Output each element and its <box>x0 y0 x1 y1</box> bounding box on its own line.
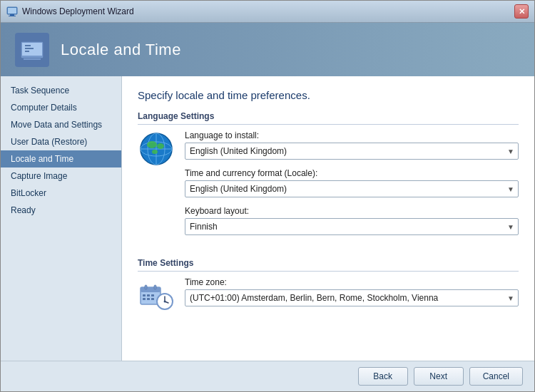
title-bar-left: Windows Deployment Wizard <box>6 6 134 17</box>
locale-label: Time and currency format (Locale): <box>185 168 519 178</box>
locale-dropdown-wrapper: English (United Kingdom) English (United… <box>185 180 519 197</box>
sidebar: Task Sequence Computer Details Move Data… <box>1 76 122 361</box>
sidebar-item-computer-details[interactable]: Computer Details <box>1 99 121 116</box>
title-bar: Windows Deployment Wizard ✕ <box>1 1 534 23</box>
app-icon <box>6 6 18 17</box>
svg-rect-20 <box>143 294 146 296</box>
time-settings-section: Time Settings <box>138 258 519 315</box>
timezone-select[interactable]: (UTC+01:00) Amsterdam, Berlin, Bern, Rom… <box>185 289 519 306</box>
language-label: Language to install: <box>185 130 519 140</box>
svg-rect-9 <box>24 58 41 60</box>
clock-calendar-icon <box>138 277 175 314</box>
sidebar-item-ready[interactable]: Ready <box>1 202 121 219</box>
locale-select[interactable]: English (United Kingdom) English (United… <box>185 180 519 197</box>
timezone-dropdown-wrapper: (UTC+01:00) Amsterdam, Berlin, Bern, Rom… <box>185 289 519 306</box>
time-fields-group: Time zone: (UTC+01:00) Amsterdam, Berlin… <box>185 277 519 315</box>
keyboard-dropdown-wrapper: Finnish English (United Kingdom) English… <box>185 218 519 235</box>
svg-rect-19 <box>141 287 160 292</box>
svg-rect-24 <box>147 298 150 300</box>
svg-point-17 <box>152 150 158 154</box>
language-dropdown-wrapper: English (United Kingdom) English (United… <box>185 143 519 160</box>
svg-rect-21 <box>147 294 150 296</box>
svg-rect-25 <box>151 298 154 300</box>
sidebar-item-move-data[interactable]: Move Data and Settings <box>1 116 121 133</box>
language-field-row: Language to install: English (United Kin… <box>138 130 519 244</box>
header-title: Locale and Time <box>61 41 181 59</box>
time-settings-row: Time zone: (UTC+01:00) Amsterdam, Berlin… <box>138 277 519 315</box>
svg-rect-1 <box>10 14 14 16</box>
sidebar-item-user-data[interactable]: User Data (Restore) <box>1 133 121 150</box>
keyboard-select[interactable]: Finnish English (United Kingdom) English… <box>185 218 519 235</box>
language-section-header: Language Settings <box>138 111 519 125</box>
sidebar-item-task-sequence[interactable]: Task Sequence <box>1 82 121 99</box>
cancel-button[interactable]: Cancel <box>469 367 523 386</box>
main-window: Windows Deployment Wizard ✕ Locale and T… <box>0 0 535 392</box>
keyboard-label: Keyboard layout: <box>185 206 519 216</box>
language-settings-section: Language Settings <box>138 111 519 244</box>
sidebar-item-bitlocker[interactable]: BitLocker <box>1 185 121 202</box>
sidebar-item-locale-time[interactable]: Locale and Time <box>1 150 121 167</box>
header-panel: Locale and Time <box>1 23 534 76</box>
globe-icon <box>138 130 175 167</box>
timezone-label: Time zone: <box>185 277 519 287</box>
window-title: Windows Deployment Wizard <box>22 6 134 16</box>
content-area: Specify locale and time preferences. Lan… <box>122 76 534 361</box>
page-title: Specify locale and time preferences. <box>138 89 519 101</box>
wizard-icon <box>18 36 46 64</box>
back-button[interactable]: Back <box>358 367 408 386</box>
svg-rect-22 <box>151 294 154 296</box>
sidebar-item-capture-image[interactable]: Capture Image <box>1 167 121 185</box>
next-button[interactable]: Next <box>414 367 464 386</box>
time-section-header: Time Settings <box>138 258 519 272</box>
svg-rect-6 <box>25 45 31 46</box>
svg-rect-2 <box>9 16 16 16</box>
svg-rect-23 <box>143 298 146 300</box>
timezone-field-block: Time zone: (UTC+01:00) Amsterdam, Berlin… <box>185 277 519 306</box>
main-content: Task Sequence Computer Details Move Data… <box>1 76 534 361</box>
svg-rect-26 <box>145 285 147 289</box>
footer: Back Next Cancel <box>1 361 534 391</box>
locale-field-block: Time and currency format (Locale): Engli… <box>185 168 519 197</box>
language-fields-group: Language to install: English (United Kin… <box>185 130 519 244</box>
keyboard-field-block: Keyboard layout: Finnish English (United… <box>185 206 519 235</box>
svg-point-15 <box>147 141 157 148</box>
svg-rect-7 <box>25 48 34 49</box>
svg-point-16 <box>157 143 164 149</box>
svg-rect-27 <box>154 285 156 289</box>
svg-rect-3 <box>8 8 16 14</box>
svg-rect-8 <box>25 51 29 52</box>
header-icon-container <box>15 33 49 67</box>
language-select[interactable]: English (United Kingdom) English (United… <box>185 143 519 160</box>
language-field-block: Language to install: English (United Kin… <box>185 130 519 160</box>
close-button[interactable]: ✕ <box>514 4 529 19</box>
